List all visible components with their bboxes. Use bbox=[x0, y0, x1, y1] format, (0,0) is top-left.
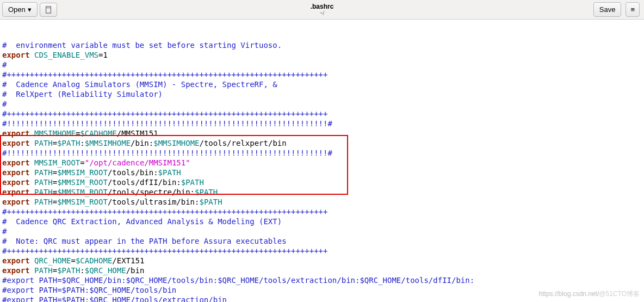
code-line: #+++++++++++++++++++++++++++++++++++++++… bbox=[2, 109, 642, 119]
code-line: #+++++++++++++++++++++++++++++++++++++++… bbox=[2, 70, 642, 79]
code-line: #+++++++++++++++++++++++++++++++++++++++… bbox=[2, 207, 642, 217]
code-line: # RelXpert (Reliability Simulator) bbox=[2, 89, 642, 99]
hamburger-icon: ≡ bbox=[630, 5, 635, 14]
open-button-label: Open bbox=[8, 5, 26, 14]
code-line: export QRC_HOME=$CADHOME/EXT151 bbox=[2, 256, 642, 266]
watermark: https://blog.csdn.net/@51CTO博客 bbox=[539, 289, 640, 299]
code-line: #!!!!!!!!!!!!!!!!!!!!!!!!!!!!!!!!!!!!!!!… bbox=[2, 119, 642, 128]
code-line: # environment variable must be set befor… bbox=[2, 40, 642, 50]
code-line: #+++++++++++++++++++++++++++++++++++++++… bbox=[2, 246, 642, 256]
file-path: ~/ bbox=[311, 10, 334, 16]
code-line: export PATH=$MMSIM_ROOT/tools/ultrasim/b… bbox=[2, 197, 642, 207]
code-line: # Cadence QRC Extraction, Advanced Analy… bbox=[2, 217, 642, 226]
watermark-url: https://blog.csdn.net/ bbox=[539, 290, 599, 298]
code-line: export PATH=$MMSIM_ROOT/tools/bin:$PATH bbox=[2, 168, 642, 177]
code-line: export CDS_ENABLE_VMS=1 bbox=[2, 50, 642, 60]
code-line: export PATH=$MMSIM_ROOT/tools/dfII/bin:$… bbox=[2, 177, 642, 187]
code-line: export MMSIM_ROOT="/opt/cadence/MMSIM151… bbox=[2, 158, 642, 168]
editor-area[interactable]: # environment variable must be set befor… bbox=[0, 20, 644, 302]
code-line: # bbox=[2, 226, 642, 236]
code-line: # bbox=[2, 99, 642, 109]
code-line: export PATH=$PATH:$QRC_HOME/bin bbox=[2, 266, 642, 275]
menu-button[interactable]: ≡ bbox=[626, 2, 640, 17]
code-line: export PATH=$PATH:$MMSIMHOME/bin:$MMSIMH… bbox=[2, 138, 642, 148]
open-button[interactable]: Open ▾ bbox=[2, 2, 38, 17]
code-line: # bbox=[2, 60, 642, 70]
watermark-handle: @51CTO博客 bbox=[599, 290, 640, 298]
svg-rect-0 bbox=[46, 6, 51, 13]
title-area: .bashrc ~/ bbox=[311, 3, 334, 16]
code-line: export PATH=$MMSIM_ROOT/tools/spectre/bi… bbox=[2, 187, 642, 197]
toolbar: Open ▾ .bashrc ~/ Save ≡ bbox=[0, 0, 644, 20]
document-icon bbox=[45, 6, 52, 14]
new-tab-button[interactable] bbox=[40, 3, 57, 17]
save-button[interactable]: Save bbox=[593, 2, 622, 17]
code-line: #!!!!!!!!!!!!!!!!!!!!!!!!!!!!!!!!!!!!!!!… bbox=[2, 148, 642, 158]
file-name: .bashrc bbox=[311, 3, 334, 10]
code-line: # Cadence Analog Simulators (MMSIM) - Sp… bbox=[2, 79, 642, 89]
save-button-label: Save bbox=[599, 5, 616, 14]
code-line: export MMSIMHOME=$CADHOME/MMSIM151 bbox=[2, 128, 642, 138]
chevron-down-icon: ▾ bbox=[28, 5, 32, 14]
code-line: #export PATH=$QRC_HOME/bin:$QRC_HOME/too… bbox=[2, 275, 642, 285]
code-line: # Note: QRC must appear in the PATH befo… bbox=[2, 236, 642, 246]
